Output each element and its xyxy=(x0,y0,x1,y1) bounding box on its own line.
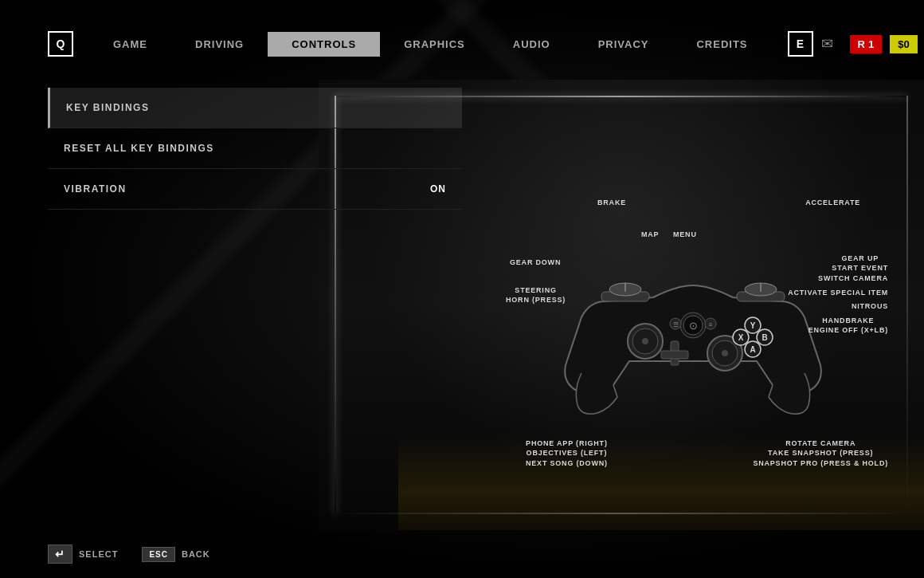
switch-camera-label: SWITCH CAMERA xyxy=(818,273,888,284)
nav-item-audio[interactable]: AUDIO xyxy=(489,32,574,57)
handbrake-label: HANDBRAKE ENGINE OFF (X+LB) xyxy=(808,316,888,336)
rotate-camera-label: ROTATE CAMERA TAKE SNAPSHOT (PRESS) SNAP… xyxy=(753,438,888,469)
svg-text:B: B xyxy=(762,333,767,342)
select-label: SELECT xyxy=(79,549,118,559)
activate-special-label: ACTIVATE SPECIAL ITEM xyxy=(788,288,888,298)
nav-right: ✉ R 1 $0 xyxy=(813,29,918,58)
nav-item-privacy[interactable]: PRIVACY xyxy=(574,32,673,57)
svg-text:Y: Y xyxy=(750,321,756,330)
brake-label: BRAKE xyxy=(597,198,626,208)
back-key-icon: ESC xyxy=(142,547,175,562)
rank-level: 1 xyxy=(868,38,874,50)
nav-item-controls[interactable]: CONTROLS xyxy=(268,32,380,57)
nav-items: GAME DRIVING CONTROLS GRAPHICS AUDIO PRI… xyxy=(89,32,772,57)
controller-panel: Y X B A ⊙ ☰ xyxy=(462,88,924,578)
rank-icon: R xyxy=(858,38,865,50)
menu-item-reset-bindings[interactable]: RESET ALL KEY BINDINGS xyxy=(48,128,462,169)
accelerate-label: ACCELERATE xyxy=(805,198,860,208)
svg-point-9 xyxy=(722,350,728,356)
gear-down-label: GEAR DOWN xyxy=(510,258,561,268)
nav-item-game[interactable]: GAME xyxy=(89,32,171,57)
svg-text:≡: ≡ xyxy=(709,321,713,328)
reset-bindings-label: RESET ALL KEY BINDINGS xyxy=(64,143,214,154)
nitrous-label: NITROUS xyxy=(852,301,888,312)
controller-diagram: Y X B A ⊙ ☰ xyxy=(494,190,892,477)
svg-text:☰: ☰ xyxy=(673,321,679,328)
svg-text:⊙: ⊙ xyxy=(689,320,698,332)
e-icon: E xyxy=(788,31,813,57)
menu-item-vibration[interactable]: VIBRATION ON xyxy=(48,169,462,210)
svg-text:X: X xyxy=(738,333,744,342)
navbar: Q GAME DRIVING CONTROLS GRAPHICS AUDIO P… xyxy=(0,0,924,88)
rank-badge: R 1 xyxy=(850,35,883,53)
nav-item-credits[interactable]: CREDITS xyxy=(672,32,771,57)
menu-item-key-bindings[interactable]: KEY BINDINGS xyxy=(48,88,462,128)
q-icon: Q xyxy=(48,31,73,57)
controller-svg: Y X B A ⊙ ☰ xyxy=(558,238,828,429)
svg-rect-11 xyxy=(661,351,688,359)
key-bindings-label: KEY BINDINGS xyxy=(66,102,149,113)
vibration-value: ON xyxy=(430,183,446,195)
gear-up-label: GEAR UP START EVENT xyxy=(832,254,888,273)
vibration-label: VIBRATION xyxy=(64,183,127,195)
back-action: ESC BACK xyxy=(142,547,209,562)
steering-label: STEERING HORN (PRESS) xyxy=(506,285,566,305)
nav-item-graphics[interactable]: GRAPHICS xyxy=(380,32,489,57)
money-value: $0 xyxy=(898,38,909,50)
svg-text:A: A xyxy=(750,345,755,354)
map-label: MAP xyxy=(641,230,659,240)
back-label: BACK xyxy=(182,549,210,559)
left-panel: KEY BINDINGS RESET ALL KEY BINDINGS VIBR… xyxy=(48,88,462,210)
bottom-bar: ↵ SELECT ESC BACK xyxy=(0,530,924,578)
money-badge: $0 xyxy=(890,35,917,53)
nav-item-driving[interactable]: DRIVING xyxy=(171,32,268,57)
menu-label: MENU xyxy=(673,230,697,240)
phone-app-label: PHONE APP (RIGHT) OBJECTIVES (LEFT) NEXT… xyxy=(526,438,608,469)
mail-icon[interactable]: ✉ xyxy=(813,29,842,58)
select-key-icon: ↵ xyxy=(48,545,72,564)
svg-point-6 xyxy=(642,338,648,344)
select-action: ↵ SELECT xyxy=(48,545,118,564)
